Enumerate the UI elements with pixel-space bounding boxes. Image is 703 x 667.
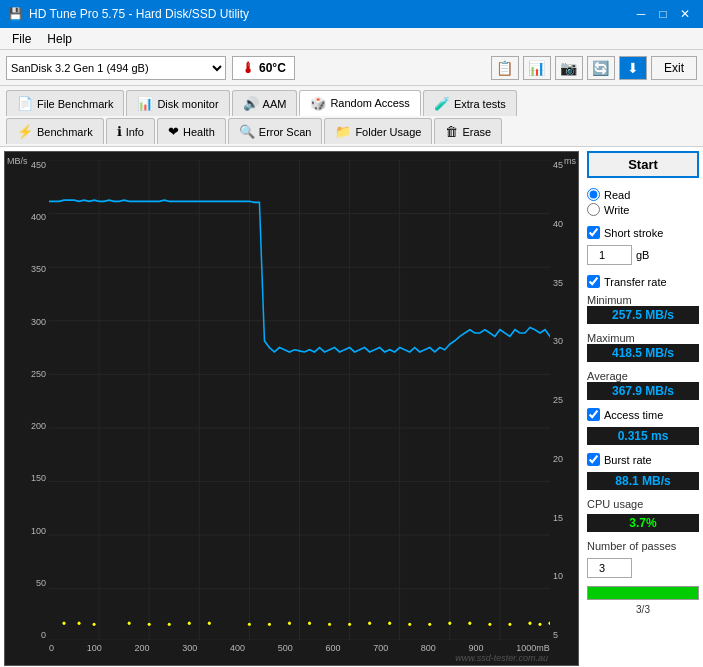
x-label-800: 800 — [421, 643, 436, 653]
read-write-group: Read Write — [587, 188, 699, 216]
tab-error-scan[interactable]: 🔍 Error Scan — [228, 118, 323, 144]
tab-extra-tests[interactable]: 🧪 Extra tests — [423, 90, 517, 116]
tab-health[interactable]: ❤ Health — [157, 118, 226, 144]
y-axis-unit: MB/s — [7, 156, 28, 166]
menu-bar: File Help — [0, 28, 703, 50]
svg-point-20 — [93, 623, 96, 626]
chart-plot-area — [49, 160, 550, 640]
y2-label-45: 45 — [553, 160, 563, 170]
chart-svg — [49, 160, 550, 640]
write-radio-label[interactable]: Write — [587, 203, 699, 216]
minimum-section: Minimum 257.5 MB/s — [587, 294, 699, 328]
maximum-section: Maximum 418.5 MB/s — [587, 332, 699, 366]
access-time-label: Access time — [604, 409, 663, 421]
health-icon: ❤ — [168, 124, 179, 139]
read-label: Read — [604, 189, 630, 201]
tab-info[interactable]: ℹ Info — [106, 118, 155, 144]
progress-text: 3/3 — [587, 604, 699, 615]
maximum-value: 418.5 MB/s — [587, 344, 699, 362]
toolbar-btn-4[interactable]: 🔄 — [587, 56, 615, 80]
tab-disk-monitor[interactable]: 📊 Disk monitor — [126, 90, 229, 116]
benchmark-icon: ⚡ — [17, 124, 33, 139]
y2-label-30: 30 — [553, 336, 563, 346]
tab-aam[interactable]: 🔊 AAM — [232, 90, 298, 116]
svg-point-50 — [348, 623, 351, 626]
toolbar-btn-3[interactable]: 📷 — [555, 56, 583, 80]
y2-label-40: 40 — [553, 219, 563, 229]
svg-point-51 — [388, 622, 391, 625]
read-radio[interactable] — [587, 188, 600, 201]
temperature-icon: 🌡 — [241, 60, 255, 76]
number-of-passes-label: Number of passes — [587, 540, 699, 552]
access-time-dots — [63, 622, 550, 626]
minimum-label: Minimum — [587, 294, 699, 306]
random-access-icon: 🎲 — [310, 96, 326, 111]
tabs-row-1: 📄 File Benchmark 📊 Disk monitor 🔊 AAM 🎲 … — [6, 90, 697, 116]
toolbar-btn-2[interactable]: 📊 — [523, 56, 551, 80]
transfer-rate-label: Transfer rate — [604, 276, 667, 288]
maximize-button[interactable]: □ — [653, 5, 673, 23]
tab-folder-usage-label: Folder Usage — [355, 126, 421, 138]
svg-point-27 — [368, 622, 371, 625]
svg-point-48 — [268, 623, 271, 626]
right-panel: Start Read Write Short stroke gB T — [583, 147, 703, 667]
app-title: HD Tune Pro 5.75 - Hard Disk/SSD Utility — [29, 7, 249, 21]
menu-file[interactable]: File — [4, 30, 39, 48]
short-stroke-spinbox-row: gB — [587, 245, 699, 265]
tab-info-label: Info — [126, 126, 144, 138]
menu-help[interactable]: Help — [39, 30, 80, 48]
y2-label-25: 25 — [553, 395, 563, 405]
tab-extra-tests-label: Extra tests — [454, 98, 506, 110]
tab-random-access[interactable]: 🎲 Random Access — [299, 90, 420, 116]
short-stroke-spinbox[interactable] — [587, 245, 632, 265]
y2-label-10: 10 — [553, 571, 563, 581]
svg-point-44 — [538, 623, 541, 626]
tab-file-benchmark[interactable]: 📄 File Benchmark — [6, 90, 124, 116]
x-label-300: 300 — [182, 643, 197, 653]
toolbar-btn-1[interactable]: 📋 — [491, 56, 519, 80]
burst-rate-checkbox[interactable] — [587, 453, 600, 466]
toolbar: SanDisk 3.2 Gen 1 (494 gB) 🌡 60°C 📋 📊 📷 … — [0, 50, 703, 86]
temperature-display: 🌡 60°C — [232, 56, 295, 80]
tab-erase[interactable]: 🗑 Erase — [434, 118, 502, 144]
transfer-rate-checkbox[interactable] — [587, 275, 600, 288]
svg-point-29 — [448, 622, 451, 625]
svg-point-23 — [208, 622, 211, 625]
cpu-usage-label: CPU usage — [587, 498, 699, 510]
tab-error-scan-label: Error Scan — [259, 126, 312, 138]
y-label-100: 100 — [31, 526, 46, 536]
read-radio-label[interactable]: Read — [587, 188, 699, 201]
x-label-1000: 1000mB — [516, 643, 550, 653]
chart-container: 450 400 350 300 250 200 150 100 50 0 MB/… — [4, 151, 579, 666]
svg-point-26 — [328, 623, 331, 626]
start-button[interactable]: Start — [587, 151, 699, 178]
folder-usage-icon: 📁 — [335, 124, 351, 139]
tab-benchmark[interactable]: ⚡ Benchmark — [6, 118, 104, 144]
minimize-button[interactable]: ─ — [631, 5, 651, 23]
short-stroke-checkbox[interactable] — [587, 226, 600, 239]
passes-spinbox[interactable] — [587, 558, 632, 578]
svg-point-21 — [128, 622, 131, 625]
access-time-checkbox-row: Access time — [587, 408, 699, 421]
tabs-row-2: ⚡ Benchmark ℹ Info ❤ Health 🔍 Error Scan… — [6, 118, 697, 144]
x-label-700: 700 — [373, 643, 388, 653]
erase-icon: 🗑 — [445, 124, 458, 139]
tabs-area: 📄 File Benchmark 📊 Disk monitor 🔊 AAM 🎲 … — [0, 86, 703, 147]
access-time-checkbox[interactable] — [587, 408, 600, 421]
close-button[interactable]: ✕ — [675, 5, 695, 23]
y-label-400: 400 — [31, 212, 46, 222]
svg-point-49 — [308, 622, 311, 625]
watermark: www.ssd-tester.com.au — [455, 653, 548, 663]
tab-folder-usage[interactable]: 📁 Folder Usage — [324, 118, 432, 144]
write-radio[interactable] — [587, 203, 600, 216]
x-label-400: 400 — [230, 643, 245, 653]
x-label-600: 600 — [325, 643, 340, 653]
svg-point-28 — [408, 623, 411, 626]
toolbar-btn-5[interactable]: ⬇ — [619, 56, 647, 80]
svg-point-25 — [288, 622, 291, 625]
average-section: Average 367.9 MB/s — [587, 370, 699, 404]
short-stroke-checkbox-row: Short stroke — [587, 226, 699, 239]
exit-button[interactable]: Exit — [651, 56, 697, 80]
tab-random-access-label: Random Access — [330, 97, 409, 109]
disk-select[interactable]: SanDisk 3.2 Gen 1 (494 gB) — [6, 56, 226, 80]
